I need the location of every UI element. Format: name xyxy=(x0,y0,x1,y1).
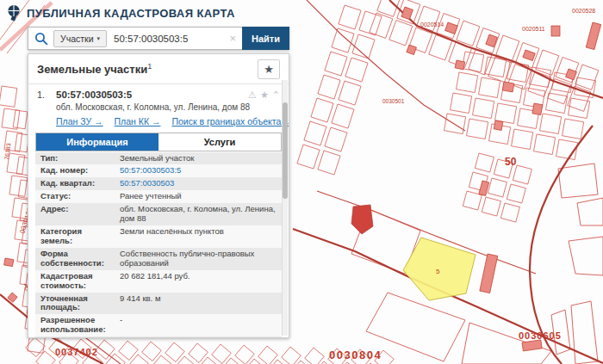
table-row: Тип:Земельный участок xyxy=(35,152,282,165)
info-value: Ранее учтенный xyxy=(120,192,277,201)
search-category-label: Участки xyxy=(60,34,94,44)
info-value: Собственность публично-правовых образова… xyxy=(120,250,277,268)
info-value: Земли населённых пунктов xyxy=(120,227,277,246)
info-table: Тип:Земельный участокКад. номер:50:57:00… xyxy=(35,152,282,339)
warning-icon[interactable]: ⚠ xyxy=(248,89,257,101)
table-row: Разрешенное использование:- xyxy=(35,314,282,336)
info-label: Статус: xyxy=(40,192,120,201)
app-header: ПУБЛИЧНАЯ КАДАСТРОВАЯ КАРТА xyxy=(7,4,235,22)
info-label: Разрешенное использование: xyxy=(40,316,120,335)
info-label: Уточненная площадь: xyxy=(40,294,120,313)
table-row: Статус:Ранее учтенный xyxy=(35,190,282,203)
map-label: 0030804 xyxy=(329,349,382,361)
panel-title: Земельные участки1 xyxy=(37,62,152,76)
info-label: Форма собственности: xyxy=(40,250,120,268)
star-icon[interactable]: ★ xyxy=(260,89,269,101)
map-label: 0020528 xyxy=(572,8,595,14)
map-label: 0020511 xyxy=(522,26,545,32)
result-card-icons: ⚠ ★ ⌃ xyxy=(248,89,280,101)
result-address: обл. Московская, г. Коломна, ул. Ленина,… xyxy=(56,102,280,114)
panel-scrollbar[interactable] xyxy=(282,80,288,336)
map-label: 0037402 xyxy=(55,347,98,357)
result-link[interactable]: План КК → xyxy=(115,116,161,126)
table-row: Кад. номер:50:57:0030503:5 xyxy=(35,164,282,177)
map-label: 50 xyxy=(505,156,517,168)
search-submit-button[interactable]: Найти xyxy=(242,27,289,50)
panel-tabs: ИнформацияУслуги xyxy=(35,133,282,151)
result-card[interactable]: 1. 50:57:0030503:5 ⚠ ★ ⌃ обл. Московская… xyxy=(28,84,289,126)
search-input[interactable] xyxy=(112,33,223,45)
table-row: Кадастровая стоимость:20 682 181,44 руб. xyxy=(35,270,282,293)
info-value: - xyxy=(120,316,277,335)
info-value: 20 682 181,44 руб. xyxy=(120,272,277,291)
info-label: Кадастровая стоимость: xyxy=(40,272,120,291)
info-value[interactable]: 50:57:0030503:5 xyxy=(120,166,277,176)
table-row: по документу:для строительства торгово-р… xyxy=(35,336,282,338)
search-bar: Участки ▾ × Найти xyxy=(28,27,289,50)
info-value[interactable]: 50:57:0030503 xyxy=(120,179,277,188)
app-logo-icon xyxy=(7,4,21,22)
result-cadastral-number: 50:57:0030503:5 xyxy=(56,89,248,100)
result-link[interactable]: План ЗУ → xyxy=(56,116,103,126)
info-label: Адрес: xyxy=(40,205,120,224)
result-link[interactable]: Поиск в границах объекта → xyxy=(171,116,289,126)
chevron-down-icon: ▾ xyxy=(97,35,101,42)
scrollbar-thumb[interactable] xyxy=(283,102,288,199)
table-row: Форма собственности:Собственность публич… xyxy=(35,248,282,270)
table-row: Уточненная площадь:9 414 кв. м xyxy=(35,293,282,315)
table-row: Категория земель:Земли населённых пункто… xyxy=(35,225,282,248)
panel-header: Земельные участки1 ★ xyxy=(28,54,289,84)
map-label: 0030605 xyxy=(519,330,562,341)
result-card-header: 1. 50:57:0030503:5 ⚠ ★ ⌃ xyxy=(37,89,280,101)
search-category-dropdown[interactable]: Участки ▾ xyxy=(53,30,107,47)
table-row: Кад. квартал:50:57:0030503 xyxy=(35,177,282,190)
info-label: Категория земель: xyxy=(40,227,120,246)
map-label: 0020514 xyxy=(420,22,444,28)
info-label: Кад. номер: xyxy=(40,166,120,176)
info-label: Тип: xyxy=(40,154,120,163)
map-label: 0030501 xyxy=(382,98,405,104)
result-links: План ЗУ →План КК →Поиск в границах объек… xyxy=(56,116,280,126)
results-panel: Земельные участки1 ★ 1. 50:57:0030503:5 … xyxy=(28,53,289,338)
chevron-up-icon[interactable]: ⌃ xyxy=(272,89,280,101)
info-value: обл. Московская, г. Коломна, ул. Ленина,… xyxy=(120,205,277,224)
tab-active[interactable]: Информация xyxy=(36,133,159,151)
tab-inactive[interactable]: Услуги xyxy=(159,133,281,151)
info-label: Кад. квартал: xyxy=(40,179,120,188)
app: 5050030605003080400374020020514002051100… xyxy=(0,0,603,364)
map-label: 5 xyxy=(436,268,440,275)
info-value: 9 414 кв. м xyxy=(120,294,277,313)
star-icon: ★ xyxy=(264,63,274,76)
info-value: Земельный участок xyxy=(120,154,277,163)
result-index: 1. xyxy=(37,89,56,100)
table-row: Адрес:обл. Московская, г. Коломна, ул. Л… xyxy=(35,203,282,225)
favorites-button[interactable]: ★ xyxy=(258,59,280,79)
search-icon[interactable] xyxy=(34,32,48,46)
app-title: ПУБЛИЧНАЯ КАДАСТРОВАЯ КАРТА xyxy=(27,7,235,20)
clear-search-icon[interactable]: × xyxy=(229,32,236,45)
result-count: 1 xyxy=(147,62,152,71)
